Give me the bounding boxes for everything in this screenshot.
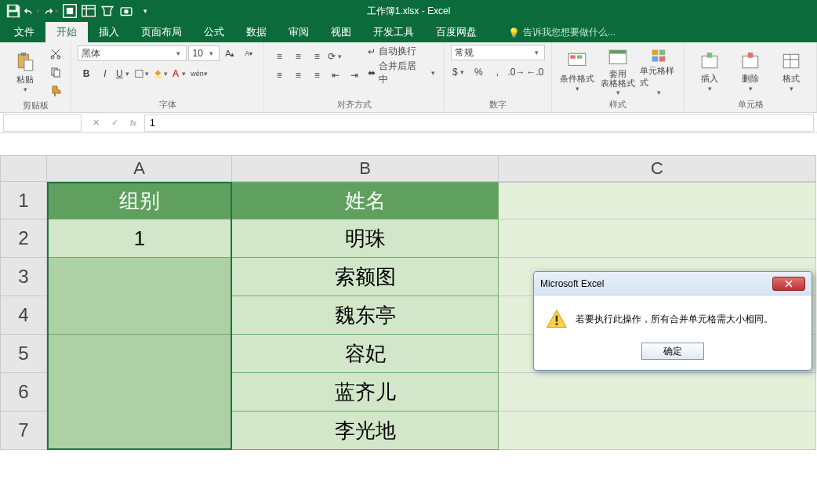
redo-button[interactable]: ▾ <box>42 2 60 20</box>
name-box[interactable] <box>3 114 82 132</box>
format-painter-button[interactable] <box>47 82 64 100</box>
tab-review[interactable]: 审阅 <box>278 22 320 42</box>
cell-A5[interactable] <box>47 335 232 373</box>
tab-layout[interactable]: 页面布局 <box>130 22 193 42</box>
format-table-button[interactable]: 套用 表格格式▾ <box>599 48 637 96</box>
font-color-button[interactable]: A▾ <box>172 65 189 82</box>
orientation-button[interactable]: ⟳▾ <box>327 48 344 65</box>
decrease-decimal-button[interactable]: ←.0 <box>526 63 543 81</box>
percent-button[interactable]: % <box>470 63 487 81</box>
group-clipboard-label: 剪贴板 <box>6 100 64 111</box>
undo-button[interactable]: ▾ <box>24 2 41 20</box>
tab-data[interactable]: 数据 <box>235 22 278 42</box>
fx-enter-button[interactable]: ✓ <box>107 115 122 131</box>
dialog-ok-button[interactable]: 确定 <box>641 343 704 360</box>
tab-home[interactable]: 开始 <box>45 22 88 42</box>
align-center-button[interactable]: ≡ <box>289 67 307 84</box>
cell-B5[interactable]: 容妃 <box>232 335 499 373</box>
cell-A2[interactable]: 1 <box>47 219 232 258</box>
row-header-4[interactable]: 4 <box>0 296 47 335</box>
format-cells-button[interactable]: 格式▾ <box>772 48 810 96</box>
cell-B7[interactable]: 李光地 <box>232 412 499 450</box>
phonetic-button[interactable]: wén▾ <box>191 65 208 82</box>
align-middle-button[interactable]: ≡ <box>289 48 307 65</box>
col-header-B[interactable]: B <box>232 155 499 182</box>
qat-btn-1[interactable] <box>61 2 78 20</box>
cell-B6[interactable]: 蓝齐儿 <box>232 373 499 412</box>
comma-button[interactable]: , <box>488 63 506 81</box>
copy-button[interactable] <box>47 63 64 81</box>
bold-button[interactable]: B <box>78 65 95 82</box>
row-header-7[interactable]: 7 <box>0 412 47 450</box>
align-left-button[interactable]: ≡ <box>271 67 288 84</box>
insert-cells-button[interactable]: 插入▾ <box>691 48 728 96</box>
cell-C6[interactable] <box>499 373 816 412</box>
row-header-3[interactable]: 3 <box>0 258 47 296</box>
border-button[interactable]: ▾ <box>134 65 151 82</box>
save-button[interactable] <box>5 2 22 20</box>
italic-button[interactable]: I <box>96 65 114 82</box>
row-header-6[interactable]: 6 <box>0 373 47 412</box>
row-header-5[interactable]: 5 <box>0 335 47 373</box>
svg-rect-16 <box>154 77 162 78</box>
select-all-corner[interactable] <box>0 155 47 182</box>
col-header-C[interactable]: C <box>499 155 816 182</box>
cell-C7[interactable] <box>499 412 816 450</box>
increase-decimal-button[interactable]: .0→ <box>507 63 525 81</box>
wrap-text-button[interactable]: ↵自动换行 <box>368 45 438 58</box>
conditional-format-button[interactable]: 条件格式▾ <box>558 48 596 96</box>
font-size-select[interactable]: 10▾ <box>188 45 220 61</box>
cell-styles-button[interactable]: 单元格样式▾ <box>640 48 677 96</box>
tab-file[interactable]: 文件 <box>3 22 45 42</box>
indent-increase-button[interactable]: ⇥ <box>346 67 363 84</box>
col-header-A[interactable]: A <box>47 155 232 182</box>
svg-rect-0 <box>9 5 16 10</box>
delete-cells-button[interactable]: 删除▾ <box>732 48 769 96</box>
tab-dev[interactable]: 开发工具 <box>362 22 425 42</box>
align-top-button[interactable]: ≡ <box>271 48 288 65</box>
tab-view[interactable]: 视图 <box>320 22 362 42</box>
cell-A3[interactable] <box>47 258 232 296</box>
qat-btn-2[interactable] <box>80 2 97 20</box>
dialog-titlebar[interactable]: Microsoft Excel <box>534 272 812 296</box>
indent-decrease-button[interactable]: ⇤ <box>327 67 344 84</box>
fx-insert-button[interactable]: fx <box>125 115 141 131</box>
tab-insert[interactable]: 插入 <box>88 22 130 42</box>
currency-button[interactable]: $▾ <box>451 63 468 81</box>
row-header-1[interactable]: 1 <box>0 182 47 219</box>
number-format-select[interactable]: 常规▾ <box>451 45 545 60</box>
tell-me-label: 告诉我您想要做什么... <box>523 26 615 39</box>
qat-btn-4[interactable] <box>118 2 135 20</box>
underline-button[interactable]: U▾ <box>115 65 133 82</box>
formula-input[interactable]: 1 <box>144 114 814 132</box>
tab-formulas[interactable]: 公式 <box>193 22 235 42</box>
cell-B4[interactable]: 魏东亭 <box>232 296 499 335</box>
cell-C2[interactable] <box>499 219 816 258</box>
cell-B1[interactable]: 姓名 <box>232 182 499 219</box>
dialog-close-button[interactable] <box>772 277 805 291</box>
row-header-2[interactable]: 2 <box>0 219 47 258</box>
wrap-label: 自动换行 <box>379 45 416 58</box>
qat-customize[interactable]: ▾ <box>136 2 154 20</box>
cell-B3[interactable]: 索额图 <box>232 258 499 296</box>
cell-B2[interactable]: 明珠 <box>232 219 499 258</box>
cut-button[interactable] <box>47 45 64 62</box>
cell-A6[interactable] <box>47 373 232 412</box>
cell-A4[interactable] <box>47 296 232 335</box>
cell-A1[interactable]: 组别 <box>47 182 232 219</box>
fill-color-button[interactable]: ▾ <box>153 65 170 82</box>
tell-me[interactable]: 💡 告诉我您想要做什么... <box>503 23 620 42</box>
paste-button[interactable]: 粘贴 ▾ <box>6 48 44 96</box>
cell-C1[interactable] <box>499 182 816 219</box>
qat-btn-3[interactable] <box>99 2 116 20</box>
increase-font-button[interactable]: A▴ <box>221 45 238 62</box>
decrease-font-button[interactable]: A▾ <box>240 45 257 62</box>
merge-center-button[interactable]: ⬌合并后居中▾ <box>368 60 438 86</box>
tab-baidu[interactable]: 百度网盘 <box>425 22 488 42</box>
align-right-button[interactable]: ≡ <box>308 67 325 84</box>
align-bottom-button[interactable]: ≡ <box>308 48 325 65</box>
group-align: ≡ ≡ ≡ ⟳▾ ≡ ≡ ≡ ⇤ ⇥ ↵自动换行 ⬌合并后居中▾ 对齐方式 <box>264 42 445 112</box>
font-name-select[interactable]: 黑体▾ <box>78 45 187 61</box>
cell-A7[interactable] <box>47 412 232 450</box>
fx-cancel-button[interactable]: ✕ <box>88 115 103 131</box>
